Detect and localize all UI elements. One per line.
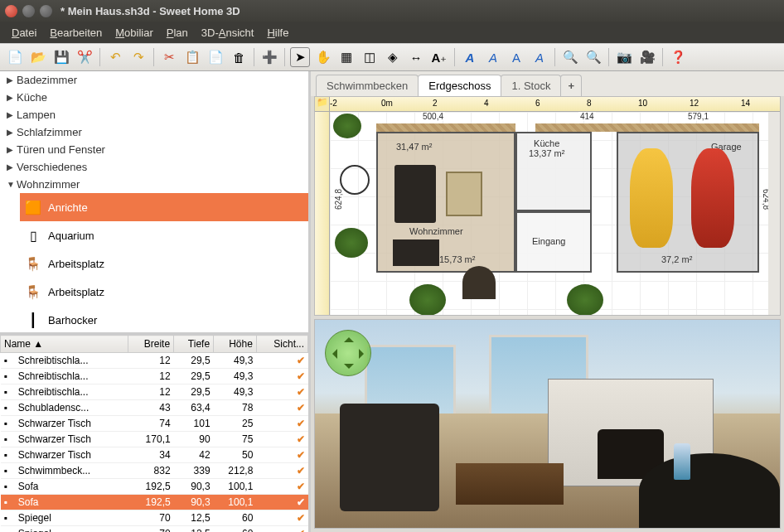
create-text-icon[interactable]: A₊	[429, 47, 449, 67]
table-row[interactable]: ▪ Schwarzer Tisch7410125✔	[1, 416, 308, 432]
dim-label: 624,8	[334, 187, 343, 211]
plan-view[interactable]: 📁 -20m2468101214 500,4 414 579,1 624,8 6…	[314, 96, 781, 316]
zoom-in-icon[interactable]: 🔍	[560, 47, 580, 67]
catalog-item[interactable]: 🟧Anrichte	[20, 193, 308, 221]
table-row[interactable]: ▪ Sofa192,590,3100,1✔	[1, 495, 308, 510]
table-row[interactable]: ▪ Sofa192,590,3100,1✔	[1, 479, 308, 495]
redo-icon[interactable]: ↷	[128, 47, 148, 67]
plant[interactable]	[333, 114, 361, 138]
table-header[interactable]: Breite	[128, 336, 174, 353]
table-row[interactable]: ▪ Schwimmbeck...832339212,8✔	[1, 463, 308, 479]
compass-icon[interactable]	[340, 165, 370, 195]
furniture-icon: 🟧	[25, 196, 41, 218]
ruler-mark: 12	[690, 99, 699, 108]
plan-scrollbar[interactable]	[768, 112, 780, 315]
table-header[interactable]: Name ▲	[1, 336, 128, 353]
plant[interactable]	[335, 228, 368, 258]
ruler-mark: 8	[587, 99, 592, 108]
menu-datei[interactable]: Datei	[7, 25, 41, 41]
catalog-category[interactable]: ▶Badezimmer	[0, 71, 308, 89]
table-header[interactable]: Tiefe	[174, 336, 214, 353]
window-maximize-button[interactable]	[40, 5, 52, 17]
help-icon[interactable]: ❓	[668, 47, 688, 67]
menu-bearbeiten[interactable]: Bearbeiten	[45, 25, 107, 41]
catalog-item[interactable]: 🪑Arbeitsplatz	[20, 249, 308, 278]
open-file-icon[interactable]: 📂	[28, 47, 48, 67]
plant[interactable]	[567, 284, 603, 316]
pan-tool-icon[interactable]: ✋	[313, 47, 333, 67]
table-header[interactable]: Sicht...	[256, 336, 307, 353]
table-row[interactable]: ▪ Schwarzer Tisch170,19075✔	[1, 432, 308, 447]
catalog-item[interactable]: ▯Aquarium	[20, 221, 308, 249]
text-italic-icon[interactable]: A	[483, 47, 503, 67]
create-polyline-icon[interactable]: ◈	[383, 47, 403, 67]
video-icon[interactable]: 🎥	[637, 47, 657, 67]
bottle-3d	[674, 443, 690, 480]
menu-3d-ansicht[interactable]: 3D-Ansicht	[196, 25, 259, 41]
catalog-category[interactable]: ▶Türen und Fenster	[0, 141, 308, 158]
level-tab[interactable]: Erdgeschoss	[418, 75, 501, 96]
chair-plan[interactable]	[462, 266, 496, 299]
catalog-category[interactable]: ▶Lampen	[0, 106, 308, 123]
furniture-icon: 🪑	[25, 253, 41, 274]
catalog-category[interactable]: ▶Verschiedenes	[0, 158, 308, 176]
dining-table-3d	[639, 453, 780, 528]
room-label-kuche: Küche 13,37 m²	[529, 138, 564, 158]
table-header[interactable]: Höhe	[214, 336, 257, 353]
create-walls-icon[interactable]: ▦	[336, 47, 356, 67]
table-row[interactable]: ▪ Schwarzer Tisch344250✔	[1, 447, 308, 463]
select-tool-icon[interactable]: ➤	[290, 47, 310, 67]
table-row[interactable]: ▪ Schreibtischla...1229,549,3✔	[1, 369, 308, 384]
preferences-icon[interactable]: ✂️	[75, 47, 94, 67]
ruler-mark: 6	[535, 99, 540, 108]
copy-icon[interactable]: 📋	[182, 47, 202, 67]
car-yellow[interactable]	[630, 148, 673, 248]
level-tab[interactable]: 1. Stock	[501, 75, 561, 96]
catalog-category[interactable]: ▶Küche	[0, 89, 308, 106]
text-size-up-icon[interactable]: A	[506, 47, 526, 67]
create-dimensions-icon[interactable]: ↔	[406, 47, 426, 67]
menu-plan[interactable]: Plan	[162, 25, 193, 41]
menu-hilfe[interactable]: Hilfe	[262, 25, 293, 41]
furniture-catalog[interactable]: ▶Badezimmer▶Küche▶Lampen▶Schlafzimmer▶Tü…	[0, 71, 308, 335]
zoom-out-icon[interactable]: 🔍	[583, 47, 603, 67]
catalog-item[interactable]: ┃Barhocker	[20, 306, 308, 334]
room-label-wohnzimmer: Wohnzimmer	[409, 226, 463, 236]
text-size-down-icon[interactable]: A	[530, 47, 549, 67]
floorplan-canvas[interactable]: 500,4 414 579,1 624,8 624,8 Wohnzimmer 3…	[330, 112, 780, 315]
catalog-category[interactable]: ▼Wohnzimmer	[0, 176, 308, 193]
paste-icon[interactable]: 📄	[206, 47, 225, 67]
table-plan[interactable]	[393, 239, 439, 266]
add-furniture-icon[interactable]: ➕	[259, 47, 279, 67]
text-bold-icon[interactable]: A	[460, 47, 480, 67]
car-red[interactable]	[691, 148, 734, 248]
table-row[interactable]: ▪ Schubladensc...4363,478✔	[1, 400, 308, 416]
table-row[interactable]: ▪ Spiegel7012,560✔	[1, 526, 308, 533]
sofa-plan[interactable]	[394, 165, 436, 223]
delete-icon[interactable]: 🗑	[229, 47, 249, 67]
new-file-icon[interactable]: 📄	[5, 47, 25, 67]
catalog-category[interactable]: ▶Schlafzimmer	[0, 123, 308, 141]
ruler-corner[interactable]: 📁	[315, 97, 330, 112]
furniture-icon: 🪑	[25, 281, 41, 302]
undo-icon[interactable]: ↶	[105, 47, 125, 67]
window-minimize-button[interactable]	[22, 5, 35, 17]
cut-icon[interactable]: ✂	[159, 47, 179, 67]
furniture-table[interactable]: Name ▲BreiteTiefeHöheSicht... ▪ Schreibt…	[0, 335, 308, 532]
add-level-button[interactable]: +	[560, 75, 582, 96]
plant[interactable]	[409, 284, 446, 316]
window-close-button[interactable]	[5, 5, 17, 17]
3d-navigation-control[interactable]	[325, 330, 371, 376]
3d-view[interactable]	[314, 319, 781, 529]
table-row[interactable]: ▪ Spiegel7012,560✔	[1, 510, 308, 526]
photo-icon[interactable]: 📷	[614, 47, 634, 67]
catalog-item[interactable]: 🪑Arbeitsplatz	[20, 278, 308, 306]
rug-plan[interactable]	[446, 172, 482, 216]
table-row[interactable]: ▪ Schreibtischla...1229,549,3✔	[1, 384, 308, 400]
create-rooms-icon[interactable]: ◫	[360, 47, 380, 67]
level-tab[interactable]: Schwimmbecken	[316, 75, 419, 96]
menu-mobiliar[interactable]: Mobiliar	[110, 25, 158, 41]
save-icon[interactable]: 💾	[51, 47, 71, 67]
table-row[interactable]: ▪ Schreibtischla...1229,549,3✔	[1, 353, 308, 369]
ruler-mark: -2	[330, 99, 337, 108]
